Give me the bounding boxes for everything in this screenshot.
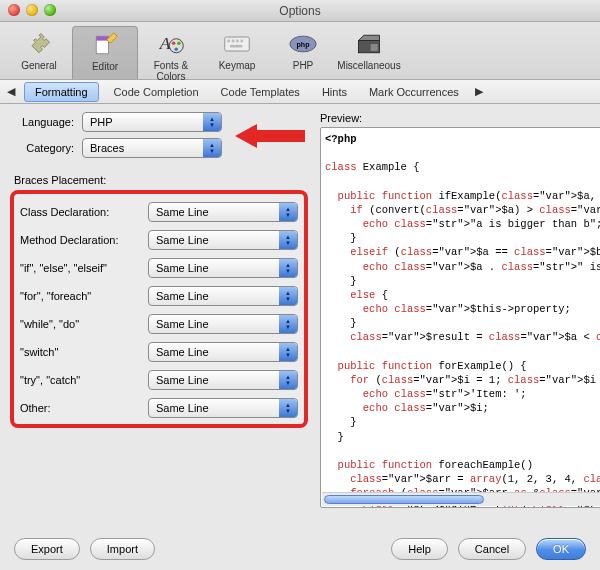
toolbar-label: Fonts & Colors [138,60,204,82]
toolbar-keymap[interactable]: Keymap [204,26,270,79]
toolbar-label: General [6,60,72,71]
code-preview: <?php class Example { public function if… [320,127,600,508]
svg-rect-12 [230,45,242,48]
toolbar-general[interactable]: General [6,26,72,79]
tab-label: Mark Occurrences [369,86,459,98]
svg-rect-10 [236,40,239,43]
for-foreach-select[interactable]: Same Line [148,286,298,306]
switch-select[interactable]: Same Line [148,342,298,362]
chevrons-icon [279,259,297,277]
chevrons-icon [279,203,297,221]
scrollbar-horizontal[interactable]: ◀ ▶ [322,492,600,506]
while-do-select[interactable]: Same Line [148,314,298,334]
cancel-button[interactable]: Cancel [458,538,526,560]
tab-label: Hints [322,86,347,98]
close-icon[interactable] [8,4,20,16]
button-label: Import [107,543,138,555]
content-area: Language: PHP Category: Braces Braces Pl… [0,104,600,514]
button-label: Cancel [475,543,509,555]
zoom-icon[interactable] [44,4,56,16]
scrollbar-thumb[interactable] [324,495,484,504]
braces-placement-box: Class Declaration: Same Line Method Decl… [10,190,308,428]
svg-point-4 [172,41,176,45]
titlebar: Options [0,0,600,22]
svg-point-6 [175,48,179,52]
row-label: "switch" [20,346,148,358]
tab-code-templates[interactable]: Code Templates [210,80,311,103]
braces-placement-label: Braces Placement: [14,174,308,186]
if-else-select[interactable]: Same Line [148,258,298,278]
select-value: Same Line [149,262,279,274]
ok-button[interactable]: OK [536,538,586,560]
chevrons-icon [279,315,297,333]
tab-label: Code Templates [221,86,300,98]
chevrons-icon [279,371,297,389]
language-label: Language: [10,116,74,128]
row-label: "while", "do" [20,318,148,330]
category-select[interactable]: Braces [82,138,222,158]
chevrons-icon [279,343,297,361]
select-value: Same Line [149,234,279,246]
toolbar-misc[interactable]: Miscellaneous [336,26,402,79]
select-value: Same Line [149,318,279,330]
toolbar-php[interactable]: php PHP [270,26,336,79]
try-catch-select[interactable]: Same Line [148,370,298,390]
subtab-bar: ◀ Formatting Code Completion Code Templa… [0,80,600,104]
row-label: "try", "catch" [20,374,148,386]
method-declaration-select[interactable]: Same Line [148,230,298,250]
select-value: Braces [83,142,203,154]
chevrons-icon [279,287,297,305]
tab-hints[interactable]: Hints [311,80,358,103]
misc-icon [353,30,385,58]
button-label: OK [553,543,569,555]
toolbar-fonts-colors[interactable]: A Fonts & Colors [138,26,204,79]
svg-point-5 [177,41,181,45]
gear-icon [23,30,55,58]
tab-scroll-right[interactable]: ▶ [470,80,488,103]
toolbar-editor[interactable]: Editor [72,26,138,79]
button-label: Export [31,543,63,555]
svg-rect-7 [225,37,250,51]
row-label: Method Declaration: [20,234,148,246]
right-panel: Preview: <?php class Example { public fu… [320,112,600,508]
row-label: "if", "else", "elseif" [20,262,148,274]
dialog-footer: Export Import Help Cancel OK [0,538,600,560]
row-label: Other: [20,402,148,414]
select-value: Same Line [149,346,279,358]
window-controls [8,4,56,16]
tab-mark-occurrences[interactable]: Mark Occurrences [358,80,470,103]
row-label: "for", "foreach" [20,290,148,302]
button-label: Help [408,543,431,555]
keymap-icon [221,30,253,58]
svg-text:A: A [159,33,171,53]
select-value: Same Line [149,374,279,386]
chevrons-icon [203,139,221,157]
toolbar-label: PHP [270,60,336,71]
svg-rect-9 [232,40,235,43]
window-title: Options [279,4,320,18]
toolbar-label: Editor [73,61,137,72]
chevrons-icon [279,231,297,249]
import-button[interactable]: Import [90,538,155,560]
tab-formatting[interactable]: Formatting [24,82,99,102]
php-icon: php [287,30,319,58]
select-value: Same Line [149,290,279,302]
help-button[interactable]: Help [391,538,448,560]
svg-rect-16 [371,44,378,51]
toolbar-label: Miscellaneous [336,60,402,71]
svg-text:php: php [297,41,310,49]
export-button[interactable]: Export [14,538,80,560]
tab-scroll-left[interactable]: ◀ [2,80,20,103]
language-select[interactable]: PHP [82,112,222,132]
chevrons-icon [203,113,221,131]
tab-code-completion[interactable]: Code Completion [103,80,210,103]
chevrons-icon [279,399,297,417]
minimize-icon[interactable] [26,4,38,16]
preview-label: Preview: [320,112,600,124]
class-declaration-select[interactable]: Same Line [148,202,298,222]
editor-icon [89,31,121,59]
svg-rect-8 [227,40,230,43]
select-value: Same Line [149,402,279,414]
other-select[interactable]: Same Line [148,398,298,418]
category-label: Category: [10,142,74,154]
